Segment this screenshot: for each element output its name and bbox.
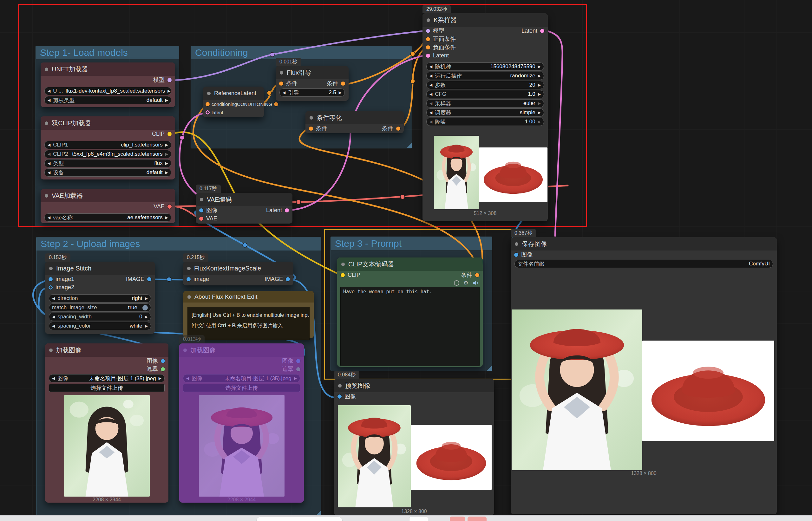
widget-weight-dtype[interactable]: 剪枝类型default <box>44 96 171 104</box>
output-slot-vae[interactable] <box>167 205 172 209</box>
output-slot-latent[interactable] <box>540 29 544 33</box>
group-resize-handle[interactable] <box>487 366 492 371</box>
node-title-bar[interactable]: CLIP文本编码器 <box>337 257 483 271</box>
node-title-bar[interactable]: 双CLIP加载器 <box>41 116 175 130</box>
output-slot-cond[interactable] <box>341 82 345 86</box>
group-resize-handle[interactable] <box>316 511 321 516</box>
output-slot-clip[interactable] <box>167 132 172 136</box>
collapse-dot-icon[interactable] <box>183 348 187 352</box>
node-title-bar[interactable]: UNET加载器 <box>41 63 175 76</box>
output-slot-mask[interactable] <box>296 367 300 371</box>
input-slot-latent[interactable] <box>206 110 210 114</box>
widget-guidance[interactable]: 引导2.5 <box>279 89 345 97</box>
input-slot-image1[interactable] <box>48 277 53 281</box>
toolbar-stop-button[interactable] <box>468 517 487 521</box>
node-title-bar[interactable]: FluxKontextImageScale <box>183 262 293 275</box>
input-slot-image2[interactable] <box>48 286 53 290</box>
output-slot-image[interactable] <box>296 359 300 363</box>
node-title-bar[interactable]: 加载图像 <box>45 343 168 357</box>
output-slot-cond[interactable] <box>475 273 479 277</box>
toggle-icon[interactable] <box>142 305 148 311</box>
node-vae-loader[interactable]: VAE加载器 VAE vae名称ae.safetensors <box>41 189 175 223</box>
group-step2-header[interactable]: Step 2 - Upload images <box>37 237 321 250</box>
record-circle-icon[interactable] <box>454 280 459 286</box>
node-title-bar[interactable]: K采样器 <box>423 13 548 27</box>
node-dual-clip-loader[interactable]: 双CLIP加载器 CLIP CLIP1clip_l.safetensors CL… <box>41 116 175 180</box>
collapse-dot-icon[interactable] <box>45 121 48 125</box>
collapse-dot-icon[interactable] <box>280 71 283 74</box>
widget-spacing-color[interactable]: spacing_colorwhite <box>49 322 151 330</box>
widget-match-image-size[interactable]: match_image_sizetrue <box>49 303 151 312</box>
collapse-dot-icon[interactable] <box>207 92 210 95</box>
input-slot-positive[interactable] <box>426 37 430 41</box>
widget-cfg[interactable]: CFG1.0 <box>426 90 544 98</box>
node-note-about-flux-kontext[interactable]: About Flux Kontext Edit [English] Use Ct… <box>183 291 314 338</box>
widget-direction[interactable]: directionright <box>49 294 151 302</box>
node-clip-text-encode[interactable]: CLIP文本编码器 CLIP 条件 ⚙ Have the woman put o… <box>337 257 483 367</box>
collapse-dot-icon[interactable] <box>341 263 345 266</box>
widget-device[interactable]: 设备default <box>44 168 171 177</box>
node-title-bar[interactable]: ReferenceLatent <box>203 87 264 100</box>
input-slot-conditioning[interactable] <box>206 102 210 106</box>
toolbar-cancel-button[interactable] <box>450 517 465 521</box>
prompt-textarea[interactable]: Have the woman put on this hat. <box>340 287 480 366</box>
output-slot-mask[interactable] <box>161 367 165 371</box>
widget-steps[interactable]: 步数20 <box>426 81 544 89</box>
toolbar-input[interactable] <box>256 517 342 521</box>
input-slot-image[interactable] <box>338 394 342 399</box>
collapse-dot-icon[interactable] <box>49 348 53 352</box>
widget-seed[interactable]: 随机种156080248475590 <box>426 63 544 71</box>
output-slot-image[interactable] <box>161 359 165 363</box>
input-slot-image[interactable] <box>514 253 518 257</box>
node-title-bar[interactable]: VAE编码 <box>196 193 292 206</box>
widget-clip2[interactable]: CLIP2t5xxl_fp8_e4m3fn_scaled.safetensors <box>44 150 171 158</box>
widget-denoise[interactable]: 降噪1.00 <box>426 118 544 126</box>
node-load-image-1[interactable]: 加载图像 图像 遮罩 图像未命名项目-图层 1 (35).jpeg 选择文件上传… <box>45 343 168 503</box>
collapse-dot-icon[interactable] <box>200 198 203 201</box>
collapse-dot-icon[interactable] <box>49 267 53 270</box>
speaker-icon[interactable] <box>473 280 478 286</box>
widget-vae-name[interactable]: vae名称ae.safetensors <box>44 213 171 222</box>
node-preview-image[interactable]: 0.084秒 预览图像 图像 1328 × 800 <box>334 379 494 515</box>
node-flux-guidance[interactable]: 0.001秒 Flux引导 条件 条件 引导2.5 <box>276 66 348 101</box>
widget-image-filename[interactable]: 图像未命名项目-图层 1 (35).jpeg <box>49 374 165 382</box>
widget-clip1[interactable]: CLIP1clip_l.safetensors <box>44 141 171 149</box>
output-slot-cond[interactable] <box>396 127 400 131</box>
node-title-bar[interactable]: Flux引导 <box>276 66 348 79</box>
node-image-stitch[interactable]: 0.153秒 Image Stitch image1 IMAGE image2 … <box>45 262 155 334</box>
input-slot-cond[interactable] <box>309 127 313 131</box>
collapse-dot-icon[interactable] <box>427 18 430 22</box>
output-slot-model[interactable] <box>167 78 172 82</box>
collapse-dot-icon[interactable] <box>310 116 313 119</box>
toolbar-button[interactable] <box>409 517 428 521</box>
group-conditioning-header[interactable]: Conditioning <box>191 46 412 59</box>
input-slot-image[interactable] <box>199 208 203 212</box>
choose-file-upload-button[interactable]: 选择文件上传 <box>183 384 300 392</box>
node-ksampler[interactable]: 29.032秒 K采样器 模型 Latent 正面条件 负面条件 Latent … <box>423 13 548 221</box>
node-title-bar[interactable]: 条件零化 <box>306 111 404 124</box>
widget-scheduler[interactable]: 调度器simple <box>426 109 544 117</box>
node-reference-latent[interactable]: ReferenceLatent conditioning CONDITIONIN… <box>203 87 264 117</box>
node-save-image[interactable]: 0.367秒 保存图像 图像 文件名前缀ComfyUI 1328 × 800 <box>511 237 777 514</box>
collapse-dot-icon[interactable] <box>187 295 191 299</box>
widget-sampler[interactable]: 采样器euler <box>426 99 544 108</box>
widget-type[interactable]: 类型flux <box>44 159 171 167</box>
node-title-bar[interactable]: 加载图像 <box>179 343 304 357</box>
collapse-dot-icon[interactable] <box>45 68 48 71</box>
input-slot-latent[interactable] <box>426 53 430 58</box>
collapse-dot-icon[interactable] <box>338 384 342 387</box>
input-slot-model[interactable] <box>426 29 430 33</box>
widget-control-after-generate[interactable]: 运行后操作randomize <box>426 72 544 80</box>
collapse-dot-icon[interactable] <box>187 267 190 270</box>
node-title-bar[interactable]: 预览图像 <box>334 379 494 392</box>
node-title-bar[interactable]: 保存图像 <box>511 237 777 250</box>
group-step3-header[interactable]: Step 3 - Prompt <box>331 237 492 250</box>
widget-image-filename[interactable]: 图像未命名项目-图层 1 (35).jpeg <box>183 374 300 382</box>
node-vae-encode[interactable]: 0.117秒 VAE编码 图像 Latent VAE <box>196 193 292 224</box>
group-step1-header[interactable]: Step 1- Load models <box>36 46 179 59</box>
collapse-dot-icon[interactable] <box>515 242 518 246</box>
choose-file-upload-button[interactable]: 选择文件上传 <box>49 384 165 392</box>
output-slot-image[interactable] <box>286 277 290 281</box>
input-slot-image[interactable] <box>186 277 190 281</box>
node-flux-kontext-image-scale[interactable]: 0.215秒 FluxKontextImageScale image IMAGE <box>183 262 293 286</box>
